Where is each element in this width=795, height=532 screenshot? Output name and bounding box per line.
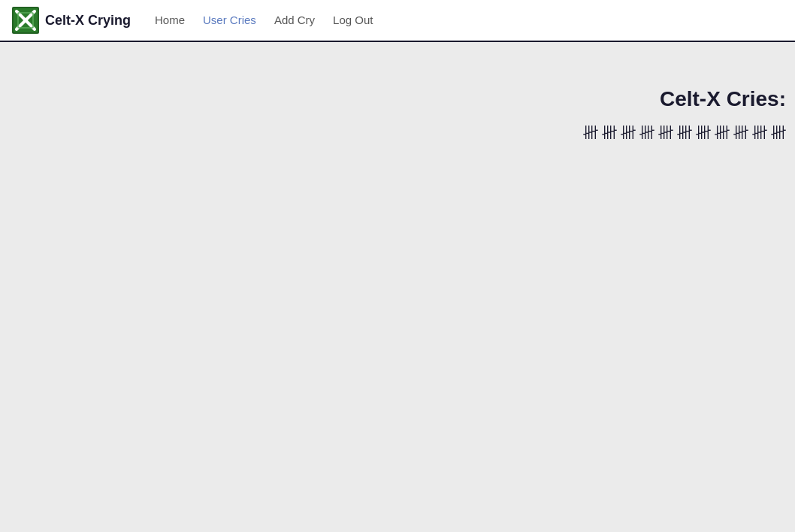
tally-mark: 𝍸 — [676, 123, 692, 143]
tally-mark: 𝍸 — [751, 123, 767, 143]
nav-link-home[interactable]: Home — [155, 14, 185, 26]
nav-links: Home User Cries Add Cry Log Out — [155, 14, 373, 27]
main-content: Celt-X Cries: 𝍸𝍸𝍸𝍸𝍸𝍸𝍸𝍸𝍸𝍸𝍸 — [0, 42, 795, 158]
nav-item-user-cries[interactable]: User Cries — [203, 14, 256, 27]
tally-mark: 𝍸 — [639, 123, 654, 143]
tally-mark: 𝍸 — [582, 123, 598, 143]
navbar: Celt-X Crying Home User Cries Add Cry Lo… — [0, 0, 795, 42]
brand-link[interactable]: Celt-X Crying — [12, 7, 131, 34]
tally-marks-row: 𝍸𝍸𝍸𝍸𝍸𝍸𝍸𝍸𝍸𝍸𝍸 — [582, 123, 786, 143]
tally-mark: 𝍸 — [714, 123, 730, 143]
tally-mark: 𝍸 — [770, 123, 786, 143]
nav-link-add-cry[interactable]: Add Cry — [274, 14, 315, 26]
nav-link-log-out[interactable]: Log Out — [333, 14, 373, 26]
tally-mark: 𝍸 — [733, 123, 748, 143]
tally-mark: 𝍸 — [620, 123, 636, 143]
tally-mark: 𝍸 — [601, 123, 617, 143]
tally-mark: 𝍸 — [657, 123, 673, 143]
brand-logo-icon — [12, 7, 39, 34]
nav-item-log-out[interactable]: Log Out — [333, 14, 373, 27]
cries-title: Celt-X Cries: — [660, 87, 786, 111]
tally-mark: 𝍸 — [695, 123, 711, 143]
brand-title: Celt-X Crying — [45, 13, 131, 29]
nav-item-add-cry[interactable]: Add Cry — [274, 14, 315, 27]
nav-item-home[interactable]: Home — [155, 14, 185, 27]
nav-link-user-cries[interactable]: User Cries — [203, 14, 256, 26]
